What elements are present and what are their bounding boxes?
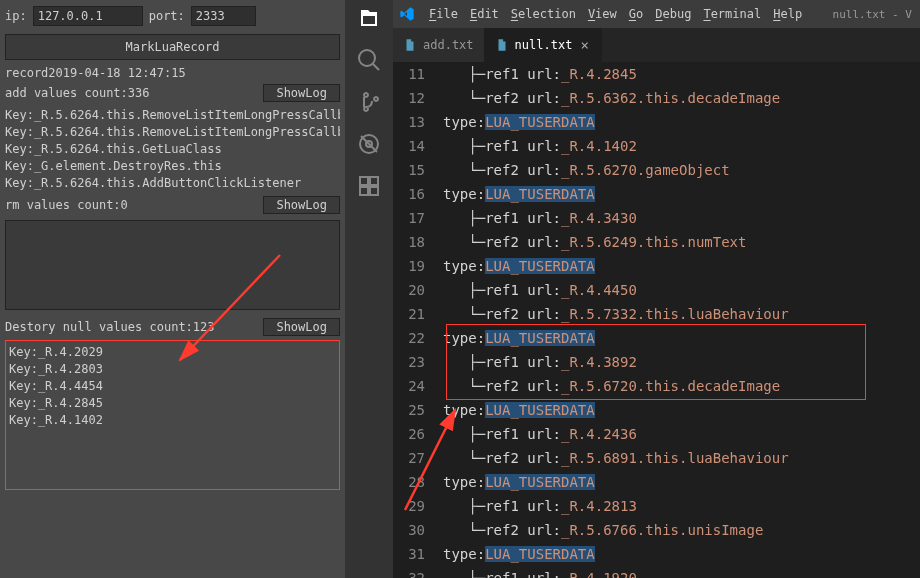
vscode-logo-icon	[399, 6, 415, 22]
tab-label: add.txt	[423, 38, 474, 52]
add-values-count-label: add values count:336	[5, 86, 263, 100]
tab-label: null.txt	[515, 38, 573, 52]
rm-values-box	[5, 220, 340, 310]
destroy-null-count-label: Destory null values count:123	[5, 320, 263, 334]
code-line: type:LUA_TUSERDATA	[443, 542, 920, 566]
menu-help[interactable]: Help	[767, 5, 808, 23]
code-line: type:LUA_TUSERDATA	[443, 110, 920, 134]
close-icon[interactable]: ×	[578, 38, 590, 52]
code-line: └─ref2 url:_R.5.6270.gameObject	[443, 158, 920, 182]
code-line: ├─ref1 url:_R.4.2845	[443, 62, 920, 86]
key-entry: Key:_R.5.6264.this.GetLuaClass	[5, 142, 340, 156]
vscode-window: FileEditSelectionViewGoDebugTerminalHelp…	[345, 0, 920, 578]
record-timestamp: record2019-04-18 12:47:15	[5, 64, 340, 80]
editor-area: FileEditSelectionViewGoDebugTerminalHelp…	[393, 0, 920, 578]
key-entry: Key:_R.4.4454	[9, 379, 336, 393]
code-line: └─ref2 url:_R.5.7332.this.luaBehaviour	[443, 302, 920, 326]
code-line: └─ref2 url:_R.5.6362.this.decadeImage	[443, 86, 920, 110]
key-entry: Key:_G.element.DestroyRes.this	[5, 159, 340, 173]
code-line: ├─ref1 url:_R.4.1402	[443, 134, 920, 158]
code-line: └─ref2 url:_R.5.6766.this.unisImage	[443, 518, 920, 542]
key-entry: Key:_R.4.2029	[9, 345, 336, 359]
code-line: type:LUA_TUSERDATA	[443, 398, 920, 422]
destroy-keys-redbox: Key:_R.4.2029Key:_R.4.2803Key:_R.4.4454K…	[5, 340, 340, 490]
code-content: ├─ref1 url:_R.4.2845 └─ref2 url:_R.5.636…	[443, 62, 920, 578]
activity-bar	[345, 0, 393, 578]
port-input[interactable]	[191, 6, 256, 26]
code-line: type:LUA_TUSERDATA	[443, 254, 920, 278]
port-label: port:	[149, 9, 185, 23]
explorer-icon[interactable]	[357, 6, 381, 30]
menu-go[interactable]: Go	[623, 5, 649, 23]
menu-view[interactable]: View	[582, 5, 623, 23]
rm-values-count-label: rm values count:0	[5, 198, 263, 212]
code-line: └─ref2 url:_R.5.6720.this.decadeImage	[443, 374, 920, 398]
key-entry: Key:_R.5.6264.this.RemoveListItemLongPre…	[5, 108, 340, 122]
line-number-gutter: 1112131415161718192021222324252627282930…	[393, 62, 443, 578]
tab-bar: add.txtnull.txt×	[393, 28, 920, 62]
tab-null-txt[interactable]: null.txt×	[485, 28, 602, 62]
code-line: ├─ref1 url:_R.4.2436	[443, 422, 920, 446]
key-entry: Key:_R.4.2845	[9, 396, 336, 410]
menu-debug[interactable]: Debug	[649, 5, 697, 23]
code-line: ├─ref1 url:_R.4.4450	[443, 278, 920, 302]
mark-lua-record-button[interactable]: MarkLuaRecord	[5, 34, 340, 60]
code-area[interactable]: 1112131415161718192021222324252627282930…	[393, 62, 920, 578]
menu-file[interactable]: File	[423, 5, 464, 23]
code-line: ├─ref1 url:_R.4.3430	[443, 206, 920, 230]
code-line: ├─ref1 url:_R.4.2813	[443, 494, 920, 518]
source-control-icon[interactable]	[357, 90, 381, 114]
showlog-destroy-button[interactable]: ShowLog	[263, 318, 340, 336]
connection-row: ip: port:	[5, 4, 340, 28]
code-line: type:LUA_TUSERDATA	[443, 470, 920, 494]
tab-add-txt[interactable]: add.txt	[393, 28, 485, 62]
key-entry: Key:_R.5.6264.this.AddButtonClickListene…	[5, 176, 340, 190]
extensions-icon[interactable]	[357, 174, 381, 198]
destroy-row: Destory null values count:123 ShowLog	[5, 318, 340, 336]
menu-terminal[interactable]: Terminal	[697, 5, 767, 23]
destroy-keys-list: Key:_R.4.2029Key:_R.4.2803Key:_R.4.4454K…	[9, 343, 336, 429]
window-title: null.txt - V	[833, 8, 914, 21]
code-line: type:LUA_TUSERDATA	[443, 326, 920, 350]
menu-edit[interactable]: Edit	[464, 5, 505, 23]
search-icon[interactable]	[357, 48, 381, 72]
key-entry: Key:_R.4.1402	[9, 413, 336, 427]
showlog-rm-button[interactable]: ShowLog	[263, 196, 340, 214]
add-keys-list: Key:_R.5.6264.this.RemoveListItemLongPre…	[5, 106, 340, 192]
code-line: └─ref2 url:_R.5.6249.this.numText	[443, 230, 920, 254]
code-line: type:LUA_TUSERDATA	[443, 182, 920, 206]
showlog-add-button[interactable]: ShowLog	[263, 84, 340, 102]
key-entry: Key:_R.5.6264.this.RemoveListItemLongPre…	[5, 125, 340, 139]
debug-icon[interactable]	[357, 132, 381, 156]
key-entry: Key:_R.4.2803	[9, 362, 336, 376]
left-panel: ip: port: MarkLuaRecord record2019-04-18…	[0, 0, 345, 578]
rm-values-row: rm values count:0 ShowLog	[5, 196, 340, 214]
code-line: └─ref2 url:_R.5.6891.this.luaBehaviour	[443, 446, 920, 470]
menu-selection[interactable]: Selection	[505, 5, 582, 23]
code-line: ├─ref1 url:_R.4.1920	[443, 566, 920, 578]
add-values-row: add values count:336 ShowLog	[5, 84, 340, 102]
code-line: ├─ref1 url:_R.4.3892	[443, 350, 920, 374]
ip-input[interactable]	[33, 6, 143, 26]
ip-label: ip:	[5, 9, 27, 23]
menu-bar: FileEditSelectionViewGoDebugTerminalHelp…	[393, 0, 920, 28]
